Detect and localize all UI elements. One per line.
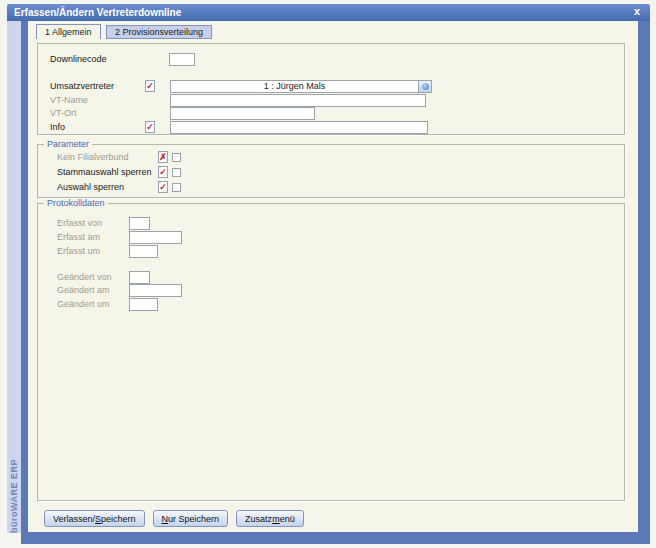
umsatzvertreter-label: Umsatzvertreter xyxy=(50,81,114,92)
button-label: ur Speichern xyxy=(168,514,219,524)
dropdown-dot-icon xyxy=(422,83,429,90)
geaendert-am-input[interactable] xyxy=(129,284,182,297)
groupbox-parameter: Parameter Kein Filialverbund ✗ Stammausw… xyxy=(37,144,625,198)
button-label: Verlassen/ xyxy=(53,514,95,524)
tab-allgemein[interactable]: 1 Allgemein xyxy=(36,24,101,39)
kein-filialverbund-checkbox[interactable] xyxy=(172,153,181,162)
brand-sidebar: büroWARE ERP xyxy=(7,21,21,533)
geaendert-von-label: Geändert von xyxy=(57,272,112,283)
nur-speichern-button[interactable]: Nur Speichern xyxy=(153,510,229,527)
geaendert-von-input[interactable] xyxy=(129,271,150,284)
erfasst-am-label: Erfasst am xyxy=(57,232,100,243)
geaendert-am-label: Geändert am xyxy=(57,285,110,296)
title-bar: Erfassen/Ändern Vertreterdownline x xyxy=(7,4,650,21)
kein-filialverbund-label: Kein Filialverbund xyxy=(57,152,129,163)
zusatzmenu-button[interactable]: Zusatzmenü xyxy=(236,510,304,527)
vt-ort-input[interactable] xyxy=(170,107,315,120)
vt-name-input[interactable] xyxy=(170,94,426,107)
close-icon[interactable]: x xyxy=(631,5,643,17)
button-label: peichern xyxy=(101,514,136,524)
info-label: Info xyxy=(50,122,65,133)
protokolldaten-legend: Protokolldaten xyxy=(44,199,108,208)
content-panel: 1 Allgemein 2 Provisionsverteilung Downl… xyxy=(28,21,638,532)
geaendert-um-label: Geändert um xyxy=(57,299,110,310)
erfasst-um-input[interactable] xyxy=(129,245,158,258)
button-label: enü xyxy=(280,514,295,524)
erfasst-von-input[interactable] xyxy=(129,217,150,230)
red-check-mark-icon[interactable]: ✓ xyxy=(158,181,168,193)
red-x-mark-icon[interactable]: ✗ xyxy=(158,151,168,163)
stammauswahl-sperren-label: Stammauswahl sperren xyxy=(57,167,152,178)
verlassen-speichern-button[interactable]: Verlassen/Speichern xyxy=(44,510,145,527)
button-label: Zusatz xyxy=(245,514,272,524)
field-mark-icon[interactable]: ✓ xyxy=(145,121,155,133)
umsatzvertreter-value: 1 : Jürgen Mals xyxy=(171,81,418,92)
downlinecode-input[interactable] xyxy=(169,53,195,66)
window-title: Erfassen/Ändern Vertreterdownline xyxy=(14,7,181,18)
dialog-window: Erfassen/Ändern Vertreterdownline x büro… xyxy=(7,4,650,544)
red-check-mark-icon[interactable]: ✓ xyxy=(158,166,168,178)
tab-provisionsverteilung[interactable]: 2 Provisionsverteilung xyxy=(106,25,212,39)
erfasst-um-label: Erfasst um xyxy=(57,246,100,257)
field-mark-icon[interactable]: ✓ xyxy=(145,80,155,92)
dropdown-button[interactable] xyxy=(418,81,431,92)
erfasst-von-label: Erfasst von xyxy=(57,218,102,229)
info-input[interactable] xyxy=(170,121,428,134)
erfasst-am-input[interactable] xyxy=(129,231,182,244)
brand-label: büroWARE ERP xyxy=(9,31,19,533)
parameter-legend: Parameter xyxy=(44,140,92,149)
button-row: Verlassen/Speichern Nur Speichern Zusatz… xyxy=(44,510,304,527)
groupbox-main: Downlinecode Umsatzvertreter ✓ 1 : Jürge… xyxy=(37,43,625,135)
window-frame: 1 Allgemein 2 Provisionsverteilung Downl… xyxy=(21,21,650,544)
vt-ort-label: VT-Ort xyxy=(50,108,77,119)
groupbox-protokolldaten: Protokolldaten Erfasst von Erfasst am Er… xyxy=(37,203,625,501)
button-accel: m xyxy=(272,514,280,524)
auswahl-sperren-checkbox[interactable] xyxy=(172,183,181,192)
stammauswahl-sperren-checkbox[interactable] xyxy=(172,168,181,177)
vt-name-label: VT-Name xyxy=(50,95,88,106)
umsatzvertreter-combobox[interactable]: 1 : Jürgen Mals xyxy=(170,80,432,93)
auswahl-sperren-label: Auswahl sperren xyxy=(57,182,124,193)
geaendert-um-input[interactable] xyxy=(129,298,158,311)
downlinecode-label: Downlinecode xyxy=(50,54,107,65)
